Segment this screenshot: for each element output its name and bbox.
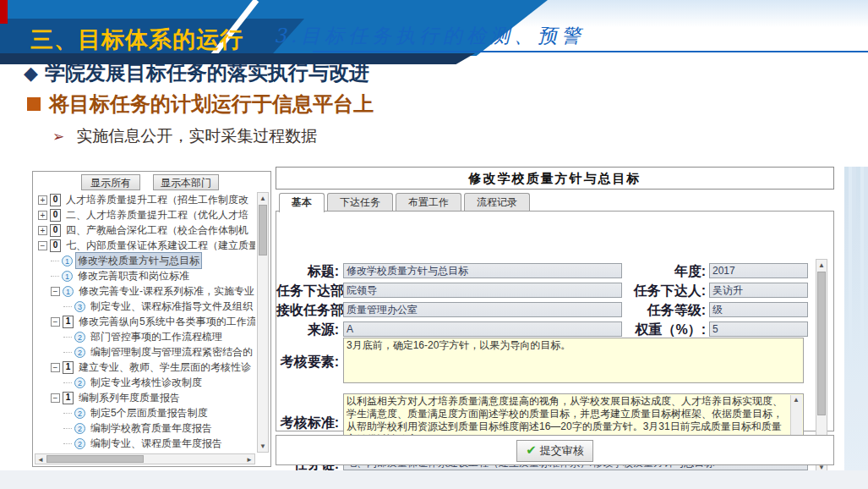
form-title: 修改学校质量方针与总目标 bbox=[276, 167, 834, 190]
scroll-right-icon[interactable]: ► bbox=[244, 455, 254, 464]
arrow-bullet-icon: ➢ bbox=[52, 129, 64, 145]
tree-connector bbox=[51, 276, 59, 277]
show-department-button[interactable]: 显示本部门 bbox=[153, 174, 219, 190]
tree-vscroll-thumb[interactable] bbox=[259, 205, 267, 255]
show-all-button[interactable]: 显示所有 bbox=[81, 174, 140, 190]
header-underline bbox=[313, 51, 868, 52]
tree-connector bbox=[63, 352, 72, 353]
tree-vertical-scrollbar[interactable]: ▲ ▼ bbox=[257, 192, 269, 453]
tree-item[interactable]: 2部门管控事项的工作流程梳理 bbox=[35, 329, 255, 344]
tree-item-label: 修改学校质量方针与总目标 bbox=[76, 253, 201, 268]
scroll-up-icon[interactable]: ▲ bbox=[791, 395, 801, 404]
box-number-icon: 0 bbox=[50, 239, 61, 252]
tree-item[interactable]: 1修改学校质量方针与总目标 bbox=[35, 253, 255, 268]
scroll-down-icon[interactable]: ▼ bbox=[258, 442, 268, 451]
tree-item[interactable]: −0七、内部质量保证体系建设工程（建立质量 bbox=[35, 238, 255, 253]
expand-icon[interactable]: + bbox=[38, 195, 47, 205]
collapse-icon[interactable]: − bbox=[51, 363, 60, 372]
bullet-1-text: 学院发展目标任务的落实执行与改进 bbox=[45, 61, 369, 84]
field-input[interactable]: A bbox=[343, 321, 622, 337]
circle-number-icon: 2 bbox=[74, 332, 85, 343]
bullet-line-2: 将目标任务的计划运行于信息平台上 bbox=[27, 91, 374, 118]
field-input[interactable]: 修改学校质量方针与总目标 bbox=[343, 263, 622, 278]
tree-item[interactable]: 3制定专业、课程标准指导文件及组织 bbox=[35, 299, 255, 314]
tree-horizontal-scrollbar[interactable]: ◄ ► bbox=[35, 453, 255, 464]
scroll-up-icon[interactable]: ▲ bbox=[258, 194, 268, 203]
box-number-icon: 0 bbox=[50, 224, 61, 237]
field-label: 接收任务部门: bbox=[276, 302, 339, 320]
field-label: 任务下达部门: bbox=[276, 283, 339, 300]
form-button-bar: ✔提交审核 bbox=[276, 435, 834, 465]
field-input[interactable]: 质量管理办公室 bbox=[343, 302, 622, 317]
field-input[interactable]: 吴访升 bbox=[709, 283, 808, 298]
circle-number-icon: 2 bbox=[74, 423, 85, 434]
tree-item[interactable]: 1修改完善职责和岗位标准 bbox=[35, 268, 255, 283]
bullet-line-1: ◆学院发展目标任务的落实执行与改进 bbox=[24, 59, 369, 86]
circle-number-icon: 2 bbox=[74, 377, 85, 388]
tree-item-label: 编制系列年度质量报告 bbox=[77, 390, 182, 405]
scroll-left-icon[interactable]: ◄ bbox=[35, 455, 46, 464]
tree-item[interactable]: +0二、人才培养质量提升工程（优化人才培 bbox=[35, 207, 255, 223]
form-tab-1[interactable]: 下达任务 bbox=[327, 193, 393, 211]
tree-item-label: 七、内部质量保证体系建设工程（建立质量 bbox=[64, 238, 255, 253]
circle-number-icon: 1 bbox=[63, 286, 74, 297]
submit-review-button[interactable]: ✔提交审核 bbox=[516, 440, 593, 462]
tree-item[interactable]: −1编制系列年度质量报告 bbox=[35, 390, 255, 405]
tree-item[interactable]: −1修改完善纵向5系统中各类事项的工作流 bbox=[35, 314, 255, 329]
tree-item[interactable]: 2编制专业、课程质量年度报告 bbox=[35, 436, 255, 451]
slide-section-title: 三、目标体系的运行 bbox=[30, 25, 243, 55]
task-tree-panel: 显示所有 显示本部门 +0人才培养质量提升工程（招生工作制度改+0二、人才培养质… bbox=[32, 171, 271, 467]
collapse-icon[interactable]: − bbox=[51, 287, 60, 296]
form-vscroll-thumb[interactable] bbox=[817, 272, 826, 415]
check-icon: ✔ bbox=[526, 442, 537, 457]
tree-item-label: 四、产教融合深化工程（校企合作体制机 bbox=[64, 223, 250, 238]
field-label: 来源: bbox=[276, 321, 339, 339]
diamond-bullet-icon: ◆ bbox=[24, 63, 38, 84]
slide: 三、目标体系的运行 3.目标任务执行的检测、预警 ◆学院发展目标任务的落实执行与… bbox=[0, 0, 868, 489]
form-tab-3[interactable]: 流程记录 bbox=[464, 193, 530, 211]
tree-item-label: 制定专业考核性诊改制度 bbox=[89, 375, 204, 390]
scroll-up-icon[interactable]: ▲ bbox=[816, 261, 827, 270]
tree-item[interactable]: +0人才培养质量提升工程（招生工作制度改 bbox=[35, 192, 255, 207]
field-label: 任务下达人: bbox=[614, 283, 706, 300]
field-label: 任务等级: bbox=[614, 302, 706, 320]
assess-elements-label: 考核要素: bbox=[276, 354, 339, 371]
tree-item-label: 二、人才培养质量提升工程（优化人才培 bbox=[64, 207, 250, 223]
tree-item-label: 编制管理制度与管理流程紧密结合的 bbox=[89, 344, 254, 360]
assess-elements-textarea[interactable]: 3月底前，确定16-20字方针，以果为导向的目标。 bbox=[343, 338, 804, 383]
expand-icon[interactable]: + bbox=[38, 226, 47, 235]
form-tab-0[interactable]: 基本 bbox=[279, 193, 325, 212]
tree-item-label: 修改完善专业-课程系列标准，实施专业 bbox=[77, 283, 255, 299]
tree-item[interactable]: −1修改完善专业-课程系列标准，实施专业 bbox=[35, 283, 255, 299]
tree-connector bbox=[63, 428, 72, 429]
field-input[interactable]: 2017 bbox=[709, 263, 808, 278]
skyline-watermark bbox=[844, 167, 868, 470]
form-tab-2[interactable]: 布置工作 bbox=[396, 193, 461, 211]
collapse-icon[interactable]: − bbox=[51, 317, 60, 327]
tree-item[interactable]: 2制定专业考核性诊改制度 bbox=[35, 375, 255, 390]
tree-item-label: 编制学校教育质量年度报告 bbox=[89, 420, 214, 436]
collapse-icon[interactable]: − bbox=[51, 393, 60, 403]
collapse-icon[interactable]: − bbox=[38, 241, 47, 250]
tree-connector bbox=[51, 261, 59, 261]
field-input[interactable]: 院领导 bbox=[343, 283, 622, 298]
square-bullet-icon bbox=[27, 97, 41, 111]
tree-item[interactable]: −1建立专业、教师、学生层面的考核性诊 bbox=[35, 360, 255, 375]
tree-connector bbox=[63, 443, 72, 444]
task-form-panel: 修改学校质量方针与总目标 基本下达任务布置工作流程记录 标题:修改学校质量方针与… bbox=[276, 167, 834, 470]
tree-item[interactable]: 2编制学校教育质量年度报告 bbox=[35, 420, 255, 436]
box-number-icon: 1 bbox=[63, 361, 74, 374]
tree-item[interactable]: 2制定5个层面质量报告制度 bbox=[35, 405, 255, 420]
circle-number-icon: 1 bbox=[62, 271, 73, 282]
tree-hscroll-thumb[interactable] bbox=[46, 455, 144, 463]
tree-item-label: 制定5个层面质量报告制度 bbox=[89, 405, 210, 420]
form-body: 标题:修改学校质量方针与总目标年度:2017任务下达部门:院领导任务下达人:吴访… bbox=[276, 211, 834, 431]
tree-item[interactable]: +0四、产教融合深化工程（校企合作体制机 bbox=[35, 223, 255, 238]
expand-icon[interactable]: + bbox=[38, 211, 47, 220]
box-number-icon: 0 bbox=[50, 209, 61, 222]
tree-item[interactable]: 2编制管理制度与管理流程紧密结合的 bbox=[35, 344, 255, 360]
submit-button-label: 提交审核 bbox=[540, 444, 584, 457]
field-input[interactable]: 5 bbox=[709, 321, 808, 337]
tree-item-label: 制定专业、课程标准指导文件及组织 bbox=[89, 299, 254, 314]
field-input[interactable]: 级 bbox=[709, 302, 808, 317]
